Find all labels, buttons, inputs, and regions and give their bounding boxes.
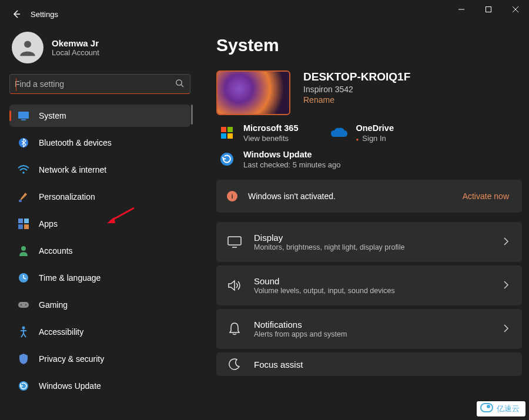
card-focus-assist[interactable]: Focus assist (216, 352, 522, 376)
svg-point-6 (22, 172, 25, 174)
nav-label: Accounts (39, 246, 73, 256)
svg-rect-19 (221, 127, 226, 132)
update-icon (18, 380, 29, 392)
minimize-button[interactable] (448, 0, 475, 19)
svg-rect-14 (18, 302, 29, 308)
card-display[interactable]: Display Monitors, brightness, night ligh… (216, 222, 522, 262)
service-onedrive[interactable]: OneDrive Sign In (331, 123, 393, 143)
chevron-right-icon (503, 237, 509, 247)
maximize-button[interactable] (475, 0, 502, 19)
nav-label: Apps (39, 219, 58, 229)
service-sub: Last checked: 5 minutes ago (243, 160, 341, 169)
svg-point-16 (25, 304, 26, 305)
nav-label: Windows Update (39, 381, 101, 391)
shield-icon (18, 353, 29, 365)
accessibility-icon (18, 326, 29, 338)
minimize-icon (458, 6, 465, 13)
user-name: Okemwa Jr (52, 38, 99, 48)
nav-item-apps[interactable]: Apps (9, 213, 190, 235)
avatar (12, 32, 43, 63)
nav-label: Accessibility (39, 327, 83, 337)
device-model: Inspiron 3542 (303, 85, 410, 94)
text-caret (16, 78, 16, 91)
content-pane: System DESKTOP-KROIQ1F Inspiron 3542 Ren… (200, 28, 529, 420)
maximize-icon (485, 6, 492, 13)
card-title: Display (254, 233, 503, 243)
activate-now-link[interactable]: Activate now (463, 191, 509, 201)
nav-label: Personalization (39, 192, 95, 201)
services-row-2: Windows Update Last checked: 5 minutes a… (216, 150, 522, 169)
nav-item-accounts[interactable]: Accounts (9, 240, 190, 262)
svg-rect-8 (18, 219, 23, 223)
service-m365[interactable]: Microsoft 365 View benefits (219, 123, 298, 143)
nav-item-bluetooth[interactable]: Bluetooth & devices (9, 132, 190, 154)
rename-link[interactable]: Rename (303, 95, 410, 105)
watermark: 亿速云 (477, 401, 525, 416)
service-title: OneDrive (356, 123, 393, 133)
chevron-right-icon (503, 324, 509, 334)
svg-rect-11 (24, 224, 29, 229)
svg-rect-0 (486, 7, 491, 12)
search-box[interactable] (9, 74, 190, 94)
clock-icon (18, 272, 29, 284)
services-row: Microsoft 365 View benefits OneDrive Sig… (216, 123, 522, 143)
chevron-right-icon (503, 281, 509, 291)
service-title: Microsoft 365 (243, 123, 298, 133)
m365-icon (219, 125, 235, 141)
service-sub: Sign In (356, 134, 393, 143)
scrollbar-thumb[interactable] (191, 105, 193, 125)
back-arrow-icon (12, 9, 21, 19)
device-thumbnail[interactable] (216, 70, 290, 115)
device-name: DESKTOP-KROIQ1F (303, 70, 410, 83)
nav-item-privacy[interactable]: Privacy & security (9, 348, 190, 370)
nav-item-accessibility[interactable]: Accessibility (9, 321, 190, 343)
card-sub: Volume levels, output, input, sound devi… (254, 287, 503, 295)
nav-item-gaming[interactable]: Gaming (9, 294, 190, 316)
svg-point-2 (176, 80, 182, 85)
card-sub: Alerts from apps and system (254, 330, 503, 338)
activation-banner: i Windows isn't activated. Activate now (216, 180, 522, 213)
search-icon (175, 79, 184, 89)
window-title: Settings (31, 10, 58, 19)
svg-point-23 (220, 153, 233, 166)
nav-item-personalization[interactable]: Personalization (9, 186, 190, 208)
wifi-icon (18, 164, 29, 176)
nav-label: Bluetooth & devices (39, 138, 112, 147)
close-button[interactable] (502, 0, 529, 19)
user-block[interactable]: Okemwa Jr Local Account (9, 32, 190, 63)
back-button[interactable] (5, 2, 28, 26)
svg-rect-3 (18, 112, 29, 119)
user-account-type: Local Account (52, 48, 99, 57)
svg-rect-21 (221, 133, 226, 139)
bell-icon (227, 321, 242, 337)
card-notifications[interactable]: Notifications Alerts from apps and syste… (216, 309, 522, 349)
person-icon (18, 245, 29, 257)
nav-label: Gaming (39, 300, 68, 310)
svg-point-15 (21, 304, 22, 305)
nav-item-time[interactable]: Time & language (9, 267, 190, 289)
nav-label: Time & language (39, 273, 101, 283)
nav-label: Privacy & security (39, 354, 104, 364)
display-icon (227, 234, 242, 250)
nav-item-network[interactable]: Network & internet (9, 159, 190, 181)
service-windows-update[interactable]: Windows Update Last checked: 5 minutes a… (219, 150, 341, 169)
search-input[interactable] (15, 79, 175, 89)
card-sound[interactable]: Sound Volume levels, output, input, soun… (216, 266, 522, 305)
nav-list: System Bluetooth & devices Network & int… (9, 105, 190, 402)
svg-rect-20 (227, 127, 233, 132)
paintbrush-icon (18, 191, 29, 203)
svg-rect-10 (18, 224, 23, 229)
svg-rect-7 (19, 200, 22, 202)
titlebar: Settings (0, 0, 529, 28)
nav-item-update[interactable]: Windows Update (9, 375, 190, 397)
nav-item-system[interactable]: System (9, 105, 190, 127)
svg-point-1 (24, 41, 31, 48)
card-sub: Monitors, brightness, night light, displ… (254, 243, 503, 251)
svg-point-17 (22, 327, 25, 330)
onedrive-icon (331, 125, 347, 141)
svg-rect-22 (227, 133, 233, 139)
sidebar: Okemwa Jr Local Account System Bluetooth… (0, 28, 200, 420)
device-row: DESKTOP-KROIQ1F Inspiron 3542 Rename (216, 70, 522, 115)
nav-label: System (39, 111, 66, 120)
user-icon (18, 38, 38, 58)
